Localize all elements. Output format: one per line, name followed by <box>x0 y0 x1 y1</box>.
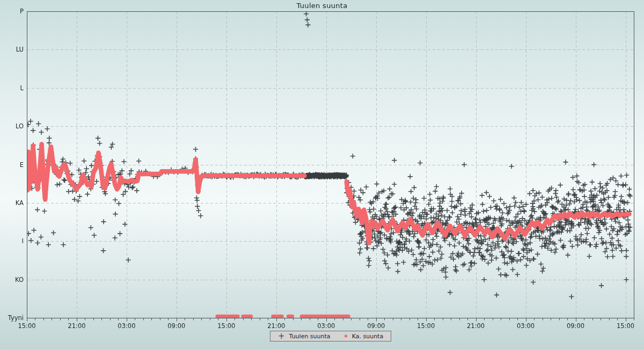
x-axis-label-4: 15:00 <box>211 322 241 330</box>
x-axis-label-11: 09:00 <box>561 322 591 330</box>
x-axis-label-12: 15:00 <box>611 322 641 330</box>
x-axis-label-0: 15:00 <box>12 322 42 330</box>
y-axis-label-L: L <box>0 84 24 92</box>
x-axis-label-7: 09:00 <box>361 322 391 330</box>
x-axis-label-6: 03:00 <box>311 322 341 330</box>
wind-direction-chart: Tuulen suunta PLULLOEKAIKOTyyni 15:0021:… <box>0 0 644 349</box>
x-axis-label-3: 09:00 <box>162 322 192 330</box>
diamond-marker-icon: ◆ <box>345 334 348 338</box>
y-axis-label-KA: KA <box>0 199 24 207</box>
y-axis-label-I: I <box>0 237 24 245</box>
legend-label: Ka. suunta <box>352 333 383 340</box>
y-axis-label-LO: LO <box>0 122 24 130</box>
x-axis-label-5: 21:00 <box>261 322 291 330</box>
y-axis-label-LU: LU <box>0 46 24 53</box>
legend-label: Tuulen suunta <box>289 333 331 340</box>
chart-title: Tuulen suunta <box>0 2 644 10</box>
y-axis-label-Tyyni: Tyyni <box>0 314 24 322</box>
x-axis-label-9: 21:00 <box>461 322 491 330</box>
legend-item-ka-suunta: ◆Ka. suunta <box>345 333 384 340</box>
y-axis-label-E: E <box>0 161 24 169</box>
plus-marker-icon: + <box>278 333 285 339</box>
legend: +Tuulen suunta◆Ka. suunta <box>270 331 391 341</box>
x-axis-label-1: 21:00 <box>62 322 92 330</box>
legend-item-tuulen-suunta: +Tuulen suunta <box>278 333 331 340</box>
x-axis-label-2: 03:00 <box>112 322 142 330</box>
chart-plot-canvas <box>0 0 644 349</box>
x-axis-label-8: 15:00 <box>411 322 441 330</box>
y-axis-label-KO: KO <box>0 276 24 283</box>
x-axis-label-10: 03:00 <box>511 322 541 330</box>
y-axis-label-P: P <box>0 8 24 15</box>
